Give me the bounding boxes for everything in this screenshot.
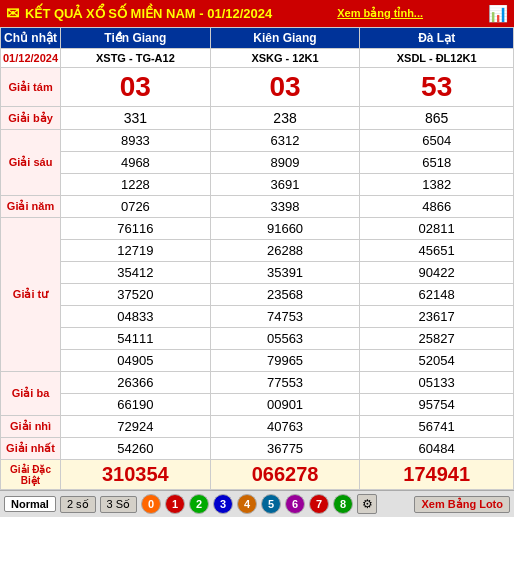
- prize-tu-kg-4: 23568: [210, 284, 360, 306]
- gear-icon[interactable]: ⚙: [357, 494, 377, 514]
- prize-ba-kg-2: 00901: [210, 394, 360, 416]
- prize-nhi-tg: 72924: [61, 416, 211, 438]
- prize-tu-row4: 37520 23568 62148: [1, 284, 514, 306]
- prize-dac-dl: 174941: [360, 460, 514, 490]
- num-btn-3[interactable]: 3: [213, 494, 233, 514]
- prize-sau-kg-3: 3691: [210, 174, 360, 196]
- prize-sau-row1: Giải sáu 8933 6312 6504: [1, 130, 514, 152]
- prize-tu-dl-5: 23617: [360, 306, 514, 328]
- date-row: 01/12/2024 XSTG - TG-A12 XSKG - 12K1 XSD…: [1, 49, 514, 68]
- prize-nam-kg: 3398: [210, 196, 360, 218]
- prize-tu-tg-2: 12719: [61, 240, 211, 262]
- prize-tu-kg-2: 26288: [210, 240, 360, 262]
- header-title: KẾT QUẢ XỔ SỐ MIỀN NAM - 01/12/2024: [25, 6, 272, 21]
- num-btn-4[interactable]: 4: [237, 494, 257, 514]
- prize-dac-row: Giải Đặc Biệt 310354 066278 174941: [1, 460, 514, 490]
- prize-tu-tg-6: 54111: [61, 328, 211, 350]
- prize-dac-kg: 066278: [210, 460, 360, 490]
- num-btn-7[interactable]: 7: [309, 494, 329, 514]
- prize-tam-label: Giải tám: [1, 68, 61, 107]
- prize-bay-label: Giải bảy: [1, 107, 61, 130]
- three-so-button[interactable]: 3 Số: [100, 496, 138, 513]
- num-btn-5[interactable]: 5: [261, 494, 281, 514]
- prize-sau-dl-1: 6504: [360, 130, 514, 152]
- prize-sau-tg-2: 4968: [61, 152, 211, 174]
- two-so-button[interactable]: 2 số: [60, 496, 96, 513]
- prize-sau-tg-1: 8933: [61, 130, 211, 152]
- prize-nhat-dl: 60484: [360, 438, 514, 460]
- code-tg: XSTG - TG-A12: [61, 49, 211, 68]
- prize-ba-label: Giải ba: [1, 372, 61, 416]
- prize-tu-dl-1: 02811: [360, 218, 514, 240]
- prize-nam-dl: 4866: [360, 196, 514, 218]
- prize-nhi-dl: 56741: [360, 416, 514, 438]
- prize-bay-dl: 865: [360, 107, 514, 130]
- prize-tu-dl-2: 45651: [360, 240, 514, 262]
- prize-bay-tg: 331: [61, 107, 211, 130]
- prize-tu-row5: 04833 74753 23617: [1, 306, 514, 328]
- prize-ba-row1: Giải ba 26366 77553 05133: [1, 372, 514, 394]
- prize-tu-label: Giải tư: [1, 218, 61, 372]
- prize-tu-row3: 35412 35391 90422: [1, 262, 514, 284]
- prize-sau-kg-2: 8909: [210, 152, 360, 174]
- num-btn-2[interactable]: 2: [189, 494, 209, 514]
- prize-tu-kg-3: 35391: [210, 262, 360, 284]
- prize-ba-dl-2: 95754: [360, 394, 514, 416]
- prize-tu-tg-3: 35412: [61, 262, 211, 284]
- num-btn-0[interactable]: 0: [141, 494, 161, 514]
- prize-bay-row: Giải bảy 331 238 865: [1, 107, 514, 130]
- prize-tu-kg-7: 79965: [210, 350, 360, 372]
- prize-tu-row7: 04905 79965 52054: [1, 350, 514, 372]
- prize-nhat-row: Giải nhất 54260 36775 60484: [1, 438, 514, 460]
- prize-tu-kg-1: 91660: [210, 218, 360, 240]
- prize-tu-tg-5: 04833: [61, 306, 211, 328]
- prize-tam-tg: 03: [61, 68, 211, 107]
- code-kg: XSKG - 12K1: [210, 49, 360, 68]
- prize-dac-label: Giải Đặc Biệt: [1, 460, 61, 490]
- prize-nhat-kg: 36775: [210, 438, 360, 460]
- prize-tu-dl-4: 62148: [360, 284, 514, 306]
- prize-tu-row1: Giải tư 76116 91660 02811: [1, 218, 514, 240]
- prize-nam-tg: 0726: [61, 196, 211, 218]
- prize-tu-kg-5: 74753: [210, 306, 360, 328]
- prize-sau-dl-3: 1382: [360, 174, 514, 196]
- xem-bang-loto-button[interactable]: Xem Bảng Loto: [414, 496, 510, 513]
- prize-ba-tg-2: 66190: [61, 394, 211, 416]
- prize-nhi-row: Giải nhì 72924 40763 56741: [1, 416, 514, 438]
- prize-sau-tg-3: 1228: [61, 174, 211, 196]
- prize-tu-row2: 12719 26288 45651: [1, 240, 514, 262]
- prize-ba-row2: 66190 00901 95754: [1, 394, 514, 416]
- prize-tam-kg: 03: [210, 68, 360, 107]
- prize-tu-tg-4: 37520: [61, 284, 211, 306]
- num-btn-1[interactable]: 1: [165, 494, 185, 514]
- prize-nhat-tg: 54260: [61, 438, 211, 460]
- prize-ba-dl-1: 05133: [360, 372, 514, 394]
- prize-dac-tg: 310354: [61, 460, 211, 490]
- prize-sau-row3: 1228 3691 1382: [1, 174, 514, 196]
- prize-tam-row: Giải tám 03 03 53: [1, 68, 514, 107]
- view-table-link[interactable]: Xem bảng tỉnh...: [337, 7, 423, 20]
- num-btn-6[interactable]: 6: [285, 494, 305, 514]
- prize-bay-kg: 238: [210, 107, 360, 130]
- email-icon: ✉: [6, 4, 19, 23]
- prize-nam-row: Giải năm 0726 3398 4866: [1, 196, 514, 218]
- normal-button[interactable]: Normal: [4, 496, 56, 512]
- prize-tu-row6: 54111 05563 25827: [1, 328, 514, 350]
- prize-tu-dl-6: 25827: [360, 328, 514, 350]
- num-btn-8[interactable]: 8: [333, 494, 353, 514]
- header: ✉ KẾT QUẢ XỔ SỐ MIỀN NAM - 01/12/2024 Xe…: [0, 0, 514, 27]
- prize-nam-label: Giải năm: [1, 196, 61, 218]
- lottery-table: Chủ nhật Tiền Giang Kiên Giang Đà Lạt 01…: [0, 27, 514, 490]
- date-cell: 01/12/2024: [1, 49, 61, 68]
- prize-sau-row2: 4968 8909 6518: [1, 152, 514, 174]
- prize-tam-dl: 53: [360, 68, 514, 107]
- prize-ba-kg-1: 77553: [210, 372, 360, 394]
- col-header-kg: Kiên Giang: [210, 28, 360, 49]
- prize-sau-dl-2: 6518: [360, 152, 514, 174]
- prize-tu-kg-6: 05563: [210, 328, 360, 350]
- col-header-dl: Đà Lạt: [360, 28, 514, 49]
- col-header-tg: Tiền Giang: [61, 28, 211, 49]
- prize-tu-tg-7: 04905: [61, 350, 211, 372]
- prize-nhat-label: Giải nhất: [1, 438, 61, 460]
- code-dl: XSDL - ĐL12K1: [360, 49, 514, 68]
